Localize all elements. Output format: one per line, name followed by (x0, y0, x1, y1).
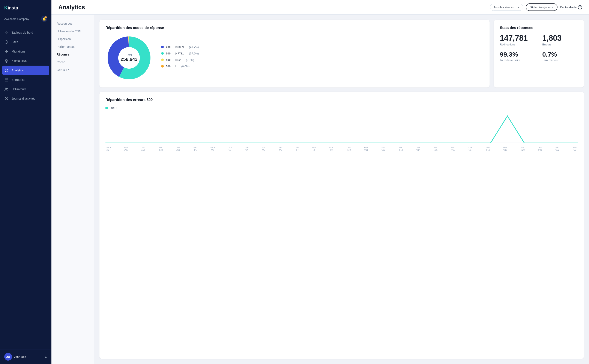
sub-nav-cdn[interactable]: Utilisation du CDN (52, 27, 94, 35)
svg-rect-0 (5, 31, 6, 32)
x-label-group: Sam3/27 (106, 146, 111, 151)
avatar: JD (4, 353, 12, 361)
sidebar-company: Awesome Company 🔔 (0, 14, 52, 26)
svg-rect-7 (5, 78, 8, 81)
sub-nav-ressources[interactable]: Ressources (52, 20, 94, 27)
legend-dot-300 (161, 52, 164, 55)
legend-item-400: 400 1802 (0.7%) (161, 58, 484, 62)
error-legend: 504: 1 (105, 106, 578, 110)
arrow-right-icon (4, 49, 9, 54)
sub-nav-geo-ip[interactable]: Géo & IP (52, 66, 94, 74)
legend-dot-400 (161, 58, 164, 61)
dashboard: Répartition des codes de réponse (94, 15, 589, 364)
error-chart-title: Répartition des erreurs 500 (105, 98, 578, 102)
legend-pct-200: (41.7%) (189, 46, 199, 49)
donut-chart: Total 256,643 (105, 34, 153, 81)
chevron-down-icon: ▾ (518, 6, 519, 9)
legend-pct-500: (0.0%) (181, 65, 189, 68)
legend-value-300: 147781 (175, 52, 184, 55)
sidebar-item-sites[interactable]: Sites (0, 37, 52, 47)
sidebar-item-entreprise[interactable]: Entreprise (0, 75, 52, 84)
legend-dot-200 (161, 46, 164, 48)
globe-icon (4, 40, 9, 44)
main-content: Analytics Tous les sites co... ▾ 30 dern… (52, 0, 589, 364)
legend-value-200: 107059 (175, 46, 184, 49)
line-chart-svg (105, 114, 578, 144)
donut-chart-title: Répartition des codes de réponse (105, 26, 484, 30)
legend-pct-400: (0.7%) (186, 58, 194, 62)
sidebar-item-label: Journal d'activités (12, 97, 35, 100)
sidebar-item-label: Kinsta DNS (12, 59, 27, 63)
notification-button[interactable]: 🔔 (41, 16, 47, 22)
sidebar-item-tableau-de-bord[interactable]: Tableau de bord (0, 28, 52, 37)
chevron-down-icon: ▾ (552, 6, 554, 9)
legend-code-500: 500 (166, 65, 172, 68)
sub-nav: Ressources Utilisation du CDN Dispersion… (52, 15, 94, 364)
notification-dot (45, 16, 47, 18)
svg-rect-2 (7, 33, 8, 34)
kinsta-logo-text: Kinsta (4, 5, 18, 11)
donut-total-value: 256,643 (120, 57, 138, 62)
company-name: Awesome Company (4, 17, 29, 20)
stat-reussite: 99.3% Taux de réussite (500, 51, 535, 62)
sidebar-item-label: Tableau de bord (12, 31, 33, 34)
analytics-icon (4, 68, 9, 72)
donut-content: Total 256,643 200 107059 (41.7%) (105, 34, 484, 81)
sites-dropdown-label: Tous les sites co... (494, 6, 516, 9)
donut-chart-card: Répartition des codes de réponse (99, 20, 490, 87)
activity-icon (4, 97, 9, 101)
stat-redirections-value: 147,781 (500, 34, 535, 42)
svg-rect-1 (7, 31, 8, 32)
period-dropdown[interactable]: 30 derniers jours ▾ (526, 3, 557, 11)
sub-nav-cache[interactable]: Cache (52, 58, 94, 66)
help-button[interactable]: Centre d'aide ? (560, 5, 582, 9)
legend-value-500: 1 (175, 65, 176, 68)
user-info: JD John Doe (4, 353, 26, 361)
sidebar-item-kinsta-dns[interactable]: Kinsta DNS (0, 56, 52, 65)
legend-value-400: 1802 (175, 58, 181, 62)
sub-nav-dispersion[interactable]: Dispersion (52, 35, 94, 43)
sidebar-item-journal[interactable]: Journal d'activités (0, 94, 52, 103)
stats-title: Stats des réponses (500, 26, 578, 30)
sidebar-item-label: Utilisateurs (12, 87, 26, 91)
content-area: Ressources Utilisation du CDN Dispersion… (52, 15, 589, 364)
legend-code-200: 200 (166, 46, 172, 49)
svg-point-8 (5, 88, 7, 89)
sidebar-item-label: Sites (12, 40, 18, 44)
grid-icon (4, 30, 9, 35)
dns-icon (4, 59, 9, 63)
sidebar-nav: Tableau de bord Sites Migrations Kinsta … (0, 26, 52, 349)
user-name: John Doe (14, 355, 26, 358)
x-axis: Sam3/27 Lun3/28 Mar3/29 Mer3/30 Jeu3/31 (105, 146, 578, 151)
top-cards-row: Répartition des codes de réponse (99, 20, 584, 87)
sidebar-item-utilisateurs[interactable]: Utilisateurs (0, 84, 52, 94)
page-title: Analytics (58, 4, 85, 11)
sidebar-bottom: JD John Doe ▲ (0, 349, 52, 364)
stat-redirections-label: Redirections (500, 43, 535, 46)
sidebar: Kinsta Awesome Company 🔔 Tableau de bord… (0, 0, 52, 364)
sites-dropdown[interactable]: Tous les sites co... ▾ (490, 4, 523, 11)
legend-pct-300: (57.6%) (189, 52, 199, 55)
sub-nav-reponse[interactable]: Réponse (52, 51, 94, 58)
sidebar-item-analytics[interactable]: Analytics (2, 65, 49, 75)
stat-erreurs-value: 1,803 (542, 34, 578, 42)
donut-center: Total 256,643 (120, 54, 138, 62)
sub-nav-performances[interactable]: Performances (52, 43, 94, 51)
help-circle-icon: ? (578, 5, 582, 9)
stat-erreur-rate: 0.7% Taux d'erreur (542, 51, 578, 62)
donut-total-label: Total (120, 54, 138, 57)
legend-code-300: 300 (166, 52, 172, 55)
stat-erreur-rate-value: 0.7% (542, 51, 578, 58)
legend-bar-label: 504: 1 (110, 106, 117, 110)
chevron-up-icon: ▲ (45, 355, 47, 358)
legend-item-200: 200 107059 (41.7%) (161, 45, 484, 49)
stat-redirections: 147,781 Redirections (500, 34, 535, 46)
line-chart-polyline (105, 116, 578, 143)
legend-item-500: 500 1 (0.0%) (161, 64, 484, 68)
sidebar-item-migrations[interactable]: Migrations (0, 47, 52, 56)
svg-rect-3 (5, 33, 6, 34)
help-label: Centre d'aide (560, 6, 576, 9)
period-dropdown-label: 30 derniers jours (530, 6, 550, 9)
stat-erreur-rate-label: Taux d'erreur (542, 58, 578, 62)
stat-reussite-value: 99.3% (500, 51, 535, 58)
